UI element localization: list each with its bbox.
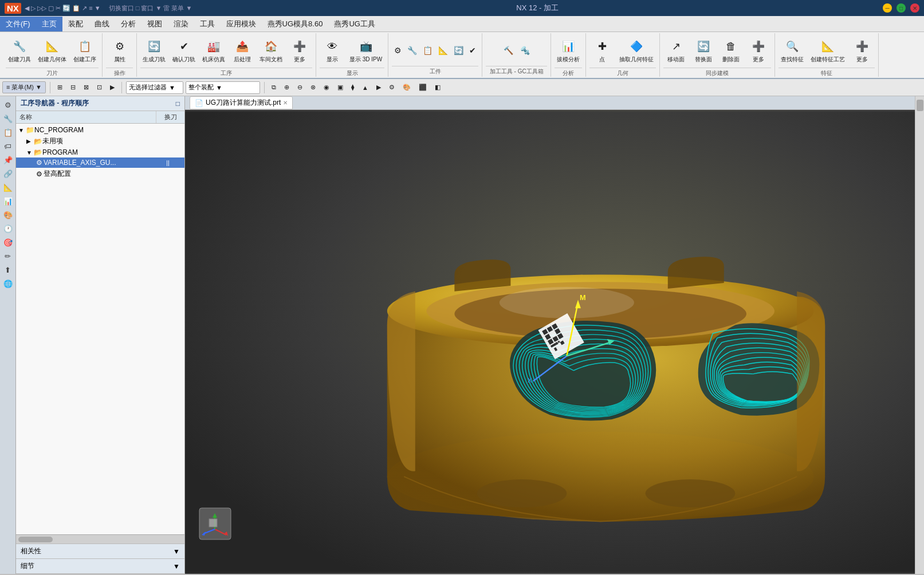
viewport-tab-close[interactable]: ✕: [283, 100, 288, 106]
tb-icon2[interactable]: ⊟: [68, 82, 78, 92]
extract-geometry-icon: 🔷: [628, 38, 644, 54]
menu-btn[interactable]: ≡ 菜单(M) ▼: [2, 81, 46, 93]
canvas-area[interactable]: M X: [185, 110, 915, 574]
tb-icon7[interactable]: ⊕: [281, 82, 292, 92]
gc-btn2[interactable]: 🔩: [518, 45, 532, 56]
display-button[interactable]: 👁 显示: [320, 34, 345, 68]
create-operation-button[interactable]: 📋 创建工序: [71, 34, 99, 68]
generate-toolpath-label: 生成刀轨: [143, 56, 166, 64]
shop-doc-button[interactable]: 🏠 车间文档: [257, 34, 285, 68]
left-sb-target[interactable]: 🎯: [2, 236, 14, 249]
create-tool-icon: 🔧: [11, 38, 27, 54]
create-feature-process-button[interactable]: 📐 创建特征工艺: [808, 34, 847, 68]
left-sb-up[interactable]: ⬆: [2, 263, 14, 276]
verify-toolpath-button[interactable]: ✔ 确认刀轨: [170, 34, 198, 68]
process-more-button[interactable]: ➕ 更多: [287, 34, 312, 68]
menu-render[interactable]: 渲染: [168, 17, 194, 31]
tb-icon12[interactable]: ⧫: [348, 82, 357, 92]
assembly-select[interactable]: 整个装配 ▼: [186, 81, 260, 94]
workpiece-btn1[interactable]: ⚙: [392, 45, 404, 56]
tb-icon15[interactable]: ⚙: [386, 82, 398, 92]
left-sb-tag[interactable]: 🏷: [2, 140, 14, 152]
nav-row-unused[interactable]: ▶ 📂 未用项: [16, 135, 184, 147]
delete-face-button[interactable]: 🗑 删除面: [718, 34, 744, 68]
right-scrollbar[interactable]: [915, 96, 924, 574]
menu-appmodule[interactable]: 应用模块: [221, 17, 262, 31]
nav-row-dengao[interactable]: ⚙ 登高配置: [16, 168, 184, 180]
extract-geometry-button[interactable]: 🔷 抽取几何特征: [617, 34, 656, 68]
tb-icon5[interactable]: ▶: [107, 82, 117, 92]
viewport-tab-item[interactable]: 📄 UG刀路计算能力测试.prt ✕: [190, 96, 293, 109]
left-sb-chart[interactable]: 📊: [2, 195, 14, 207]
left-sb-clock[interactable]: 🕐: [2, 222, 14, 235]
workpiece-btn6[interactable]: ✔: [467, 45, 478, 56]
ribbon-group-analysis: 📊 拔模分析 分析: [551, 33, 586, 77]
tb-icon3[interactable]: ⊠: [81, 82, 92, 92]
left-sb-globe[interactable]: 🌐: [2, 277, 14, 290]
tb-icon13[interactable]: ▲: [359, 83, 371, 92]
gc-btn1[interactable]: 🔨: [501, 45, 516, 56]
sync-more-button[interactable]: ➕ 更多: [746, 34, 771, 68]
create-tool-button[interactable]: 🔧 创建刀具: [6, 34, 33, 68]
create-geometry-button[interactable]: 📐 创建几何体: [36, 34, 69, 68]
menu-yanxiu-ug-tools[interactable]: 燕秀UG工具: [328, 17, 381, 31]
nav-scrollbar-thumb[interactable]: [18, 537, 53, 542]
move-face-button[interactable]: ↗ 移动面: [663, 34, 689, 68]
left-sb-settings[interactable]: ⚙: [2, 99, 14, 111]
post-process-button[interactable]: 📤 后处理: [230, 34, 255, 68]
feature-more-button[interactable]: ➕ 更多: [850, 34, 875, 68]
draft-analysis-button[interactable]: 📊 拔模分析: [555, 34, 582, 68]
tb-icon8[interactable]: ⊖: [294, 82, 305, 92]
left-sb-pin[interactable]: 📌: [2, 153, 14, 166]
nav-row-variable-axis[interactable]: ⚙ VARIABLE_AXIS_GU... ||: [16, 157, 184, 168]
workpiece-btn4[interactable]: 📐: [436, 45, 450, 56]
point-button[interactable]: ✚ 点: [589, 34, 615, 68]
machine-simulation-button[interactable]: 🏭 机床仿真: [200, 34, 227, 68]
filter-select[interactable]: 无选择过滤器 ▼: [126, 81, 183, 94]
left-sb-measure[interactable]: 📐: [2, 181, 14, 194]
close-button[interactable]: ✕: [910, 3, 919, 13]
menu-yanxiu-ug-mold[interactable]: 燕秀UG模具8.60: [262, 17, 329, 31]
left-sb-tool[interactable]: 🔧: [2, 112, 14, 125]
left-sb-palette[interactable]: 🎨: [2, 208, 14, 221]
replace-face-button[interactable]: 🔄 替换面: [691, 34, 716, 68]
minimize-button[interactable]: ─: [883, 3, 892, 13]
maximize-button[interactable]: □: [897, 3, 906, 13]
tb-icon16[interactable]: 🎨: [400, 82, 414, 92]
scrollbar-thumb[interactable]: [917, 100, 923, 111]
menu-curve[interactable]: 曲线: [89, 17, 115, 31]
tb-icon9[interactable]: ⊗: [308, 82, 319, 92]
menu-analysis[interactable]: 分析: [115, 17, 141, 31]
nav-expand-icon[interactable]: □: [176, 100, 180, 108]
properties-button[interactable]: ⚙ 属性: [107, 34, 132, 68]
left-sb-list[interactable]: 📋: [2, 126, 14, 139]
tb-icon10[interactable]: ◉: [321, 82, 332, 92]
tb-icon17[interactable]: ⬛: [416, 82, 430, 92]
workpiece-btn5[interactable]: 🔄: [451, 45, 466, 56]
ribbon-group-process: 🔄 生成刀轨 ✔ 确认刀轨 🏭 机床仿真 📤 后处理 🏠 车间文档: [137, 33, 316, 77]
nav-row-nc-program[interactable]: ▼ 📁 NC_PROGRAM: [16, 125, 184, 135]
generate-toolpath-button[interactable]: 🔄 生成刀轨: [140, 34, 168, 68]
menu-home[interactable]: 主页: [36, 17, 62, 31]
tb-icon1[interactable]: ⊞: [54, 82, 65, 92]
menu-tools[interactable]: 工具: [194, 17, 221, 31]
workpiece-btn2[interactable]: 🔧: [405, 45, 419, 56]
tb-icon6[interactable]: ⧉: [269, 82, 279, 92]
tb-icon18[interactable]: ◧: [432, 82, 443, 92]
create-tool-label: 创建刀具: [8, 56, 31, 64]
menu-view[interactable]: 视图: [141, 17, 168, 31]
nav-detail-item[interactable]: 细节 ▼: [16, 559, 184, 574]
display-3dipw-button[interactable]: 📺 显示 3D IPW: [347, 34, 384, 68]
menu-file[interactable]: 文件(F): [0, 17, 36, 31]
left-sb-link[interactable]: 🔗: [2, 167, 14, 180]
nav-row-program[interactable]: ▼ 📂 PROGRAM: [16, 147, 184, 157]
nav-related-item[interactable]: 相关性 ▼: [16, 544, 184, 559]
tb-icon11[interactable]: ▣: [335, 82, 346, 92]
menu-assembly[interactable]: 装配: [62, 17, 89, 31]
tb-icon4[interactable]: ⊡: [94, 82, 105, 92]
left-sb-edit[interactable]: ✏: [2, 250, 14, 262]
tb-icon14[interactable]: ▶: [373, 82, 384, 92]
find-feature-button[interactable]: 🔍 查找特征: [778, 34, 806, 68]
workpiece-btn3[interactable]: 📋: [420, 45, 435, 56]
nav-scrollbar[interactable]: [16, 534, 184, 544]
